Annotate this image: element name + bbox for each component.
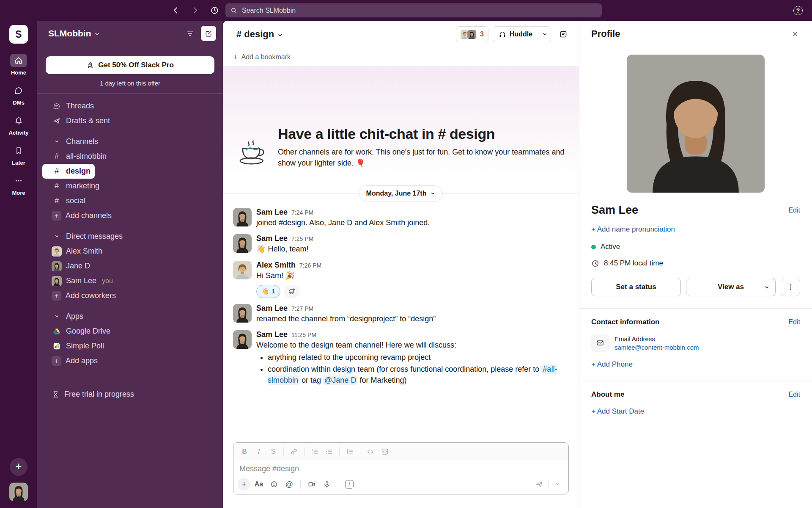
search-input[interactable] [241,6,597,15]
message-timestamp[interactable]: 7:25 PM [291,235,313,242]
message-timestamp[interactable]: 11:25 PM [291,331,316,338]
date-divider-button[interactable]: Monday, June 17th [359,185,443,202]
video-clip-button[interactable] [305,478,318,491]
link-button[interactable] [287,445,301,458]
bold-button[interactable]: B [238,445,251,458]
reaction-pill[interactable]: 👋1 [256,285,280,298]
emoji-button[interactable] [267,478,281,491]
view-as-button[interactable]: View as [686,278,776,296]
message-scroll-area[interactable]: Have a little chit-chat in # design Othe… [223,66,579,440]
workspace-switcher[interactable]: S [9,25,28,44]
sidebar-item-sam-lee[interactable]: Sam Leeyou [42,273,117,288]
bullet-list-button[interactable] [322,445,336,458]
show-formatting-button[interactable]: Aa [252,478,266,491]
rail-item-label: Later [12,160,25,166]
free-trial-status[interactable]: Free trial in progress [42,387,218,402]
section-header-channels[interactable]: Channels [42,134,102,149]
audio-clip-button[interactable] [320,478,334,491]
mention-link[interactable]: #all-slmobbin [268,364,557,385]
huddle-button[interactable]: Huddle [493,27,538,42]
back-button[interactable] [168,3,183,18]
more-actions-button[interactable] [781,278,800,296]
rail-item-more[interactable]: More [10,174,27,196]
rail-item-home[interactable]: Home [10,54,27,76]
message-input[interactable] [233,461,568,475]
message-author[interactable]: Sam Lee [256,304,288,313]
sidebar-item-simple-poll[interactable]: Simple Poll [42,339,108,353]
message-head: Sam Lee7:25 PM [256,234,569,243]
help-button[interactable]: ? [791,3,805,18]
upgrade-offer-button[interactable]: Get 50% Off Slack Pro [46,56,214,74]
history-button[interactable] [207,3,222,18]
message-avatar[interactable] [233,234,252,253]
close-profile-button[interactable] [787,26,803,41]
edit-contact-button[interactable]: Edit [788,318,800,326]
add-reaction-button[interactable] [284,285,300,298]
sidebar-item-add-apps[interactable]: +Add apps [42,353,102,368]
code-button[interactable] [364,445,377,458]
sidebar-item-social[interactable]: #social [42,193,90,208]
sidebar-item-add-coworkers[interactable]: +Add coworkers [42,288,120,303]
sidebar-item-all-slmobbin[interactable]: #all-slmobbin [42,149,111,164]
edit-about-button[interactable]: Edit [788,391,800,398]
sidebar-item-threads[interactable]: Threads [42,99,98,113]
add-phone-button[interactable]: + Add Phone [591,360,633,369]
sidebar-item-add-channels[interactable]: +Add channels [42,208,116,223]
message-avatar[interactable] [233,330,252,349]
strikethrough-button[interactable]: S [266,445,280,458]
message-author[interactable]: Sam Lee [256,208,288,217]
edit-profile-button[interactable]: Edit [788,207,800,214]
send-button[interactable] [532,478,546,491]
profile-photo [627,55,765,193]
rail-item-activity[interactable]: Activity [9,114,29,136]
message-author[interactable]: Alex Smith [256,261,296,270]
add-bookmark-button[interactable]: + Add a bookmark [233,53,291,61]
canvas-button[interactable] [555,26,571,42]
sidebar-item-marketing[interactable]: #marketing [42,179,104,193]
message-timestamp[interactable]: 7:26 PM [299,262,321,269]
sidebar-item-drafts-sent[interactable]: Drafts & sent [42,113,114,128]
sidebar-item-google-drive[interactable]: Google Drive [42,324,115,339]
activity-icon [10,114,27,127]
message-avatar[interactable] [233,261,252,279]
rail-item-later[interactable]: Later [10,144,27,166]
sidebar-item-design[interactable]: #design [42,164,95,179]
filter-button[interactable] [182,26,198,41]
set-status-button[interactable]: Set a status [591,278,681,296]
message-timestamp[interactable]: 7:24 PM [291,209,313,216]
section-header-apps[interactable]: Apps [42,309,88,324]
channel-name: # design [236,29,274,40]
blockquote-button[interactable] [343,445,357,458]
message-composer[interactable]: B I S 12 [233,442,569,494]
chevron-down-icon [94,30,100,37]
sidebar-item-alex-smith[interactable]: Alex Smith [42,244,107,259]
send-options-button[interactable] [551,478,564,491]
add-name-pronunciation-button[interactable]: + Add name pronunciation [591,225,800,234]
shortcuts-button[interactable]: / [343,478,356,491]
search-bar[interactable] [225,3,602,17]
code-block-button[interactable] [378,445,392,458]
forward-button[interactable] [188,3,202,18]
workspace-menu-button[interactable]: SLMobbin [46,27,103,40]
mention-link[interactable]: @Jane D [323,375,357,385]
message-author[interactable]: Sam Lee [256,330,288,339]
message-author[interactable]: Sam Lee [256,234,288,243]
channel-title-button[interactable]: # design [233,27,287,41]
ordered-list-button[interactable]: 12 [308,445,321,458]
attach-button[interactable]: + [238,478,250,491]
add-start-date-button[interactable]: + Add Start Date [591,407,644,416]
email-link[interactable]: samlee@content-mobbin.com [614,344,699,351]
create-new-button[interactable]: + [10,458,27,476]
rail-item-dms[interactable]: DMs [10,84,27,106]
new-message-button[interactable] [201,26,216,41]
section-header-direct-messages[interactable]: Direct messages [42,229,127,244]
channel-members-button[interactable]: 3 [456,26,488,42]
message-timestamp[interactable]: 7:27 PM [291,305,313,312]
message-avatar[interactable] [233,304,252,323]
sidebar-item-jane-d[interactable]: Jane D [42,259,94,273]
huddle-options-button[interactable] [538,27,551,42]
mention-button[interactable]: @ [283,478,296,491]
message-avatar[interactable] [233,208,252,226]
italic-button[interactable]: I [252,445,266,458]
user-avatar[interactable] [9,483,28,501]
